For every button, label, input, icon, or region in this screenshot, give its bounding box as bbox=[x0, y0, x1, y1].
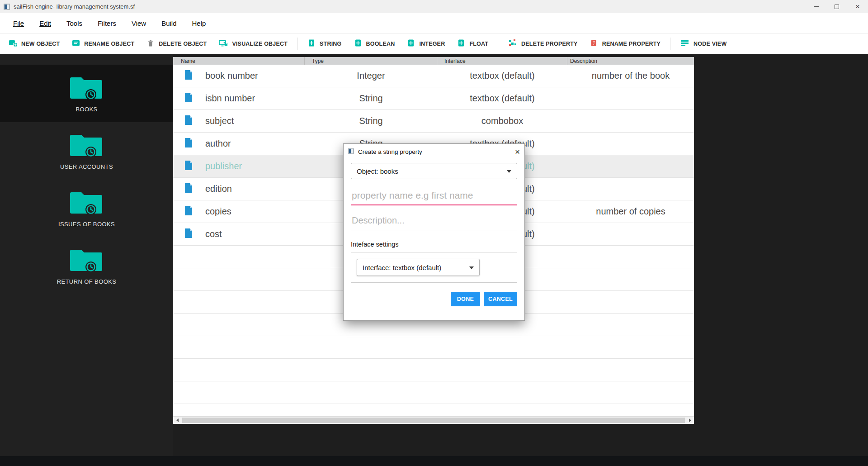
chevron-down-icon bbox=[507, 170, 511, 173]
column-header-interface: Interface bbox=[437, 57, 567, 65]
table-row[interactable]: isbn number String textbox (default) bbox=[173, 87, 694, 110]
close-button[interactable]: × bbox=[847, 0, 868, 13]
table-row-empty bbox=[173, 381, 694, 404]
delete-object-button[interactable]: DELETE OBJECT bbox=[140, 33, 212, 54]
column-header-description: Description bbox=[567, 57, 694, 65]
new-object-button[interactable]: NEW OBJECT bbox=[3, 33, 66, 54]
sidebar-item-return-of-books[interactable]: RETURN OF BOOKS bbox=[0, 237, 173, 295]
cell-description: number of copies bbox=[567, 200, 694, 223]
window-title: sailFish engine- library management syst… bbox=[14, 3, 135, 10]
maximize-icon bbox=[835, 5, 839, 9]
object-select[interactable]: Object: books bbox=[351, 163, 517, 179]
rename-object-label: RENAME OBJECT bbox=[84, 41, 134, 47]
title-bar: sailFish engine- library management syst… bbox=[0, 0, 868, 13]
menu-view[interactable]: View bbox=[124, 13, 154, 33]
sidebar-item-user-accounts[interactable]: USER ACCOUNTS bbox=[0, 122, 173, 180]
toolbar-separator bbox=[297, 38, 297, 50]
document-icon bbox=[185, 206, 193, 218]
rename-object-button[interactable]: RENAME OBJECT bbox=[66, 33, 140, 54]
toolbar-separator bbox=[498, 38, 498, 50]
maximize-button[interactable] bbox=[826, 0, 847, 13]
menu-bar: File Edit Tools Filters View Build Help bbox=[0, 13, 868, 33]
dialog-close-icon[interactable]: × bbox=[508, 147, 520, 156]
menu-build[interactable]: Build bbox=[154, 13, 184, 33]
sidebar-item-books[interactable]: BOOKS bbox=[0, 65, 173, 122]
table-empty-area bbox=[173, 404, 694, 416]
delete-object-label: DELETE OBJECT bbox=[159, 41, 207, 47]
horizontal-scrollbar[interactable] bbox=[173, 416, 694, 424]
rename-object-icon bbox=[71, 38, 80, 49]
property-name: isbn number bbox=[205, 93, 255, 104]
description-input[interactable] bbox=[351, 210, 517, 230]
cell-name: isbn number bbox=[173, 87, 305, 109]
property-name: subject bbox=[205, 116, 234, 126]
string-label: STRING bbox=[320, 41, 341, 47]
node-view-label: NODE VIEW bbox=[693, 41, 726, 47]
table-row-empty bbox=[173, 359, 694, 381]
property-name-input[interactable] bbox=[351, 185, 517, 205]
cell-description bbox=[567, 155, 694, 177]
table-row[interactable]: book number Integer textbox (default) nu… bbox=[173, 65, 694, 87]
delete-property-icon bbox=[508, 38, 518, 49]
interface-settings-group: Interface: textbox (default) bbox=[351, 252, 517, 283]
scrollbar-thumb[interactable] bbox=[182, 418, 685, 423]
menu-filters[interactable]: Filters bbox=[90, 13, 124, 33]
dialog-title: Create a string property bbox=[358, 148, 422, 155]
visualize-object-button[interactable]: VISUALIZE OBJECT bbox=[212, 33, 293, 54]
rename-property-button[interactable]: RENAME PROPERTY bbox=[584, 33, 666, 54]
table-row[interactable]: subject String combobox bbox=[173, 110, 694, 133]
menu-edit[interactable]: Edit bbox=[32, 13, 59, 33]
delete-object-icon bbox=[146, 38, 155, 49]
cell-description bbox=[567, 110, 694, 132]
folder-history-icon bbox=[70, 247, 104, 274]
delete-property-button[interactable]: DELETE PROPERTY bbox=[502, 33, 584, 54]
document-icon bbox=[185, 161, 193, 172]
cancel-button[interactable]: CANCEL bbox=[484, 292, 517, 306]
interface-select[interactable]: Interface: textbox (default) bbox=[357, 259, 480, 276]
scroll-left-arrow[interactable] bbox=[173, 417, 181, 424]
new-object-icon bbox=[9, 38, 18, 49]
done-button[interactable]: DONE bbox=[451, 292, 480, 306]
app-icon bbox=[4, 4, 10, 10]
sidebar: BOOKS USER ACCOUNTS ISSUES OF BOOKS RETU… bbox=[0, 54, 173, 466]
menu-tools[interactable]: Tools bbox=[59, 13, 90, 33]
cell-name: edition bbox=[173, 178, 305, 200]
cell-description bbox=[567, 178, 694, 200]
property-name: copies bbox=[205, 206, 231, 217]
scroll-right-arrow[interactable] bbox=[686, 417, 694, 424]
minimize-button[interactable] bbox=[806, 0, 826, 13]
property-name: edition bbox=[205, 184, 232, 194]
integer-add-icon bbox=[406, 38, 415, 49]
menu-help[interactable]: Help bbox=[184, 13, 214, 33]
sidebar-item-issues-of-books[interactable]: ISSUES OF BOOKS bbox=[0, 180, 173, 237]
sidebar-item-label: BOOKS bbox=[75, 106, 97, 113]
cell-name: publisher bbox=[173, 155, 305, 177]
column-header-name: Name bbox=[173, 57, 305, 65]
cell-description bbox=[567, 133, 694, 155]
cell-name: subject bbox=[173, 110, 305, 132]
string-button[interactable]: STRING bbox=[301, 33, 347, 54]
bottom-strip bbox=[0, 456, 868, 466]
document-icon bbox=[185, 228, 193, 240]
document-icon bbox=[185, 93, 193, 105]
toolbar: NEW OBJECT RENAME OBJECT DELETE OBJECT V… bbox=[0, 33, 868, 54]
folder-history-icon bbox=[70, 75, 104, 102]
close-icon: × bbox=[855, 3, 860, 10]
rename-property-label: RENAME PROPERTY bbox=[602, 41, 660, 47]
rename-property-icon bbox=[590, 38, 599, 49]
column-header-type: Type bbox=[305, 57, 437, 65]
cell-type: Integer bbox=[305, 65, 437, 87]
cell-description: number of the book bbox=[567, 65, 694, 87]
integer-label: INTEGER bbox=[419, 41, 445, 47]
document-icon bbox=[185, 70, 193, 82]
integer-button[interactable]: INTEGER bbox=[401, 33, 451, 54]
cell-name: author bbox=[173, 133, 305, 155]
menu-file[interactable]: File bbox=[5, 13, 32, 33]
boolean-button[interactable]: BOOLEAN bbox=[348, 33, 401, 54]
float-button[interactable]: FLOAT bbox=[451, 33, 494, 54]
chevron-down-icon bbox=[469, 266, 474, 269]
sidebar-item-label: USER ACCOUNTS bbox=[60, 163, 113, 170]
cell-name: copies bbox=[173, 200, 305, 223]
node-view-button[interactable]: NODE VIEW bbox=[674, 33, 732, 54]
cell-description bbox=[567, 223, 694, 245]
